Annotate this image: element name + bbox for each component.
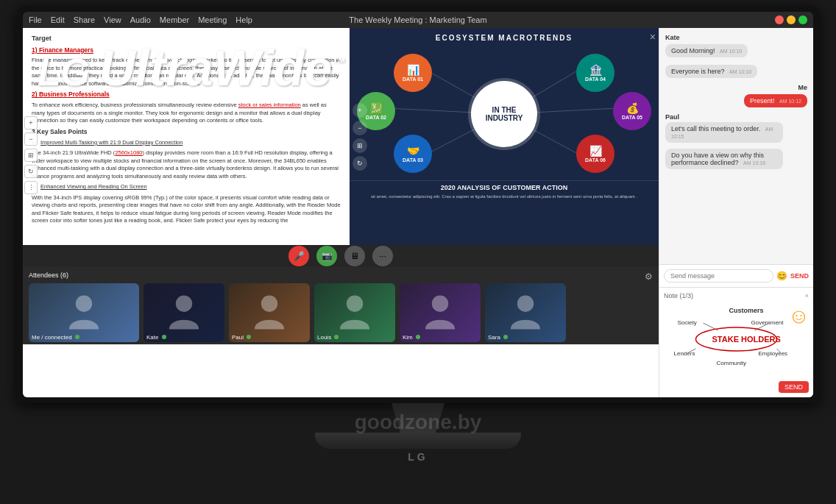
more-button[interactable]: ···: [372, 246, 393, 266]
chat-time-3: AM 10:12: [779, 99, 801, 104]
svg-point-10: [432, 295, 448, 311]
maximize-button[interactable]: [798, 15, 807, 24]
lg-brand-label: LG: [408, 451, 428, 463]
title-bar: File Edit Share View Audio Member Meetin…: [23, 12, 813, 28]
camera-button[interactable]: 📷: [316, 246, 337, 266]
attendee-name-kate: Kate: [146, 334, 166, 341]
doc-section-1-heading: 1) Finance Managers: [32, 46, 341, 55]
chat-message-3: Me Present! AM 10:12: [665, 84, 807, 107]
menu-share[interactable]: Share: [74, 15, 95, 24]
chat-bubble-2: Everyone is here? AM 10:10: [665, 65, 757, 78]
left-panel: LG UltraWide™ + − ⊞ ↻: [23, 28, 659, 397]
menu-edit[interactable]: Edit: [51, 15, 65, 24]
menu-member[interactable]: Member: [160, 15, 189, 24]
data-node-label-4: DATA 04: [585, 77, 606, 82]
attendee-photo-paul: [229, 283, 310, 342]
data-node-4: 🏦 DATA 04: [576, 54, 614, 92]
note-panel: Note (1/3) × Customers Society: [659, 287, 813, 397]
rotate-button[interactable]: ↻: [24, 165, 38, 178]
attendees-settings-icon[interactable]: ⚙: [645, 271, 653, 282]
close-button[interactable]: [775, 15, 784, 24]
attendee-name-me: Me / connected: [32, 334, 79, 341]
chat-text-1: Good Morning!: [671, 47, 715, 54]
attendee-card-sara[interactable]: Sara: [485, 283, 566, 342]
emoji-button[interactable]: 😊: [776, 271, 787, 281]
chat-message-1: Kate Good Morning! AM 10:10: [665, 34, 807, 57]
svg-point-7: [176, 295, 192, 311]
data-node-label-1: DATA 01: [403, 77, 423, 82]
attendee-card-kate[interactable]: Kate: [144, 283, 224, 342]
svg-text:Society: Society: [678, 319, 697, 326]
doc-keypoint-1: Improved Multi-Tasking with 21:9 Dual Di…: [40, 139, 183, 146]
pres-toolbar: + − ⊞ ↻: [353, 103, 367, 171]
share-icon: 🖥: [350, 251, 359, 261]
pres-rotate[interactable]: ↻: [353, 156, 367, 171]
window-controls: [775, 15, 807, 24]
attendees-bar: Attendees (6) ⚙ Me / connected: [23, 267, 659, 344]
document-content: Target 1) Finance Managers Finance manag…: [23, 28, 350, 263]
attendees-label: Attendees (6): [29, 271, 68, 279]
note-close-button[interactable]: ×: [805, 292, 809, 299]
doc-keypoint-2: Enhanced Viewing and Reading On Screen: [40, 183, 147, 190]
chat-text-2: Everyone is here?: [671, 68, 725, 75]
svg-point-6: [76, 295, 92, 311]
menu-file[interactable]: File: [29, 15, 42, 24]
document-area: + − ⊞ ↻ ⋮ Target 1) Finance Managers Fin: [23, 28, 350, 245]
doc-section-1-content: Finance managers need to keep track of t…: [32, 57, 341, 88]
zoom-in-button[interactable]: +: [24, 116, 38, 129]
data-node-label-6: DATA 06: [585, 157, 606, 163]
chat-input[interactable]: [664, 269, 773, 283]
minimize-button[interactable]: [787, 15, 796, 24]
attendee-status-sara: [503, 335, 508, 339]
data-node-3: 🤝 DATA 03: [394, 135, 432, 173]
share-screen-button[interactable]: 🖥: [344, 246, 365, 266]
attendee-photo-sara: [485, 283, 566, 342]
menu-meeting[interactable]: Meeting: [198, 15, 227, 24]
menu-audio[interactable]: Audio: [130, 15, 151, 24]
chat-bubble-1: Good Morning! AM 10:10: [665, 44, 748, 57]
chat-text-3: Present!: [750, 97, 775, 104]
chat-time-1: AM 10:10: [720, 49, 742, 54]
menu-bar: File Edit Share View Audio Member Meetin…: [29, 15, 252, 24]
attendee-status-paul: [247, 335, 251, 339]
monitor-shell: File Edit Share View Audio Member Meetin…: [0, 0, 836, 504]
data-node-circle-3: 🤝 DATA 03: [394, 135, 432, 173]
menu-help[interactable]: Help: [235, 15, 252, 24]
svg-point-9: [347, 295, 363, 311]
note-send-button[interactable]: SEND: [779, 381, 809, 393]
attendee-card-me[interactable]: Me / connected: [29, 283, 139, 342]
attendee-name-sara: Sara: [488, 334, 508, 341]
pres-zoom-out[interactable]: −: [353, 121, 367, 135]
zoom-out-button[interactable]: −: [24, 132, 38, 146]
pres-fit[interactable]: ⊞: [353, 138, 367, 153]
data-node-1: 📊 DATA 01: [394, 54, 432, 92]
send-button[interactable]: SEND: [790, 272, 809, 280]
chat-bubble-4: Let's call this meeting to order. AM 10:…: [665, 122, 783, 143]
window-title: The Weekly Meeting : Marketing Team: [349, 15, 486, 24]
left-toolbar: + − ⊞ ↻ ⋮: [24, 116, 38, 194]
attendee-card-louis[interactable]: Louis: [314, 283, 395, 342]
lg-brand-bar: LG: [408, 449, 428, 465]
svg-point-11: [517, 295, 534, 311]
chat-input-area: 😊 SEND: [659, 264, 813, 287]
center-circle: IN THE INDUSTRY: [471, 81, 537, 147]
menu-view[interactable]: View: [104, 15, 121, 24]
doc-section-2-content: To enhance work efficiency, business pro…: [32, 102, 341, 125]
pres-zoom-in[interactable]: +: [353, 103, 367, 118]
chat-sender-1: Kate: [665, 34, 807, 41]
monitor-bezel: File Edit Share View Audio Member Meetin…: [17, 6, 819, 403]
infographic-area: × + − ⊞ ↻ ECOSYSTEM MACROTRENDS: [350, 28, 659, 245]
fit-button[interactable]: ⊞: [24, 149, 38, 162]
attendee-card-paul[interactable]: Paul: [229, 283, 310, 342]
data-node-label-3: DATA 03: [403, 157, 423, 163]
presentation-close-button[interactable]: ×: [650, 31, 656, 43]
mic-button[interactable]: 🎤: [288, 246, 309, 266]
options-button[interactable]: ⋮: [24, 181, 38, 194]
chat-time-5: AM 10:16: [743, 160, 765, 166]
infographic-container: IN THE INDUSTRY 📊 DATA 01: [350, 48, 659, 180]
attendee-card-kim[interactable]: Kim: [400, 283, 481, 342]
attendee-photo-kim: [400, 283, 481, 342]
chat-bubble-3: Present! AM 10:12: [744, 94, 807, 107]
attendee-photo-kate: [144, 283, 224, 342]
analysis-section: 2020 ANALYSIS OF CUSTOMER ACTION sit ame…: [350, 180, 659, 202]
